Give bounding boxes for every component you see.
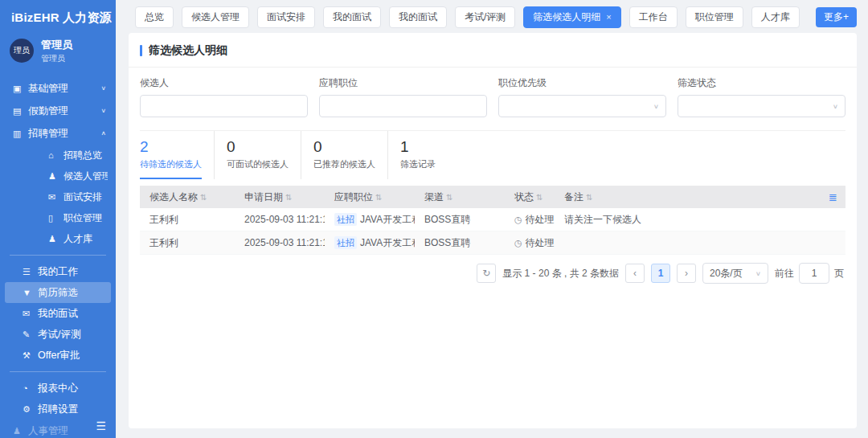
column-header-0[interactable]: 候选人名称⇅ <box>140 186 235 208</box>
tab-label: 职位管理 <box>695 11 734 23</box>
home-icon: ⌂ <box>48 150 63 160</box>
status-text: 待处理 <box>526 237 555 248</box>
sidebar-item-label: 职位管理 <box>63 211 108 225</box>
tab-label: 我的面试 <box>399 11 437 23</box>
user-card[interactable]: 理员 管理员 管理员 <box>0 27 116 71</box>
column-header-1[interactable]: 申请日期⇅ <box>235 186 325 208</box>
goto-suffix: 页 <box>834 267 844 280</box>
tab-label: 人才库 <box>761 11 790 23</box>
sidebar-item-1[interactable]: ▤假勤管理∨ <box>0 100 116 122</box>
clock-icon: ◷ <box>514 238 522 248</box>
column-title: 申请日期 <box>244 191 283 203</box>
stat-tab-3[interactable]: 1筛选记录 <box>400 131 464 179</box>
tab-9[interactable]: 人才库 <box>751 6 800 28</box>
status-text: 待处理 <box>526 214 555 225</box>
sort-icon[interactable]: ⇅ <box>446 193 452 202</box>
sidebar-item-16[interactable]: ⚙招聘设置 <box>0 399 116 420</box>
filter-input[interactable] <box>140 95 308 117</box>
column-header-2[interactable]: 应聘职位⇅ <box>325 186 415 208</box>
sidebar-item-0[interactable]: ▣基础管理∨ <box>0 77 116 100</box>
filter-text-input[interactable] <box>685 100 833 113</box>
collapse-sidebar-icon[interactable]: ☰ <box>96 420 106 432</box>
column-title: 备注 <box>564 191 583 203</box>
sidebar-divider <box>10 371 106 372</box>
sidebar-item-4[interactable]: ♟候选人管理 <box>0 166 116 186</box>
sidebar-item-15[interactable]: ◔报表中心 <box>0 378 116 399</box>
stat-label: 可面试的候选人 <box>227 158 289 170</box>
filter-text-input[interactable] <box>147 100 301 113</box>
filter-text-input[interactable] <box>326 100 480 113</box>
sort-icon[interactable]: ⇅ <box>375 193 382 202</box>
sidebar-item-label: 招聘管理 <box>28 127 100 141</box>
filter-input[interactable] <box>319 95 487 117</box>
tab-label: 工作台 <box>639 11 668 23</box>
column-header-5[interactable]: 备注⇅ <box>555 186 821 208</box>
user-icon: ♟ <box>13 426 28 436</box>
sort-icon[interactable]: ⇅ <box>200 193 207 202</box>
stat-tab-1[interactable]: 0可面试的候选人 <box>227 131 301 179</box>
next-page-button[interactable]: › <box>677 264 696 283</box>
chevron-down-icon: ∨ <box>755 270 761 277</box>
column-settings-icon[interactable]: ≣ <box>829 191 837 203</box>
sidebar-item-6[interactable]: ▯职位管理 <box>0 207 116 228</box>
column-settings-header: ≣ <box>821 186 845 208</box>
filter-select[interactable]: ∨ <box>678 95 845 117</box>
sidebar-item-9[interactable]: ☰我的工作 <box>0 261 116 282</box>
stat-tab-0[interactable]: 2待筛选的候选人 <box>140 131 215 179</box>
tab-label: 考试/评测 <box>465 11 506 23</box>
cell-status: ◷待处理 <box>505 231 555 255</box>
tab-label: 面试安排 <box>267 11 305 23</box>
wrench-icon: ⚒ <box>23 350 38 361</box>
tab-4[interactable]: 我的面试 <box>389 6 447 28</box>
job-type-tag: 社招 <box>334 236 357 249</box>
filter-label: 应聘职位 <box>319 76 487 90</box>
sort-icon[interactable]: ⇅ <box>285 193 292 202</box>
tab-1[interactable]: 候选人管理 <box>182 6 249 28</box>
sidebar-item-12[interactable]: ✎考试/评测 <box>0 324 116 345</box>
refresh-icon[interactable]: ↻ <box>477 264 496 283</box>
tab-6[interactable]: 筛选候选人明细× <box>523 6 620 28</box>
filter-label: 候选人 <box>140 76 308 90</box>
column-header-4[interactable]: 状态⇅ <box>505 186 555 208</box>
users-icon: ♟ <box>48 234 63 244</box>
tab-5[interactable]: 考试/评测 <box>455 6 515 28</box>
sort-icon[interactable]: ⇅ <box>586 193 592 202</box>
more-tabs-button[interactable]: 更多+ <box>816 7 857 27</box>
filter-field-3: 筛选状态∨ <box>678 76 845 117</box>
tab-7[interactable]: 工作台 <box>629 6 678 28</box>
tab-3[interactable]: 我的面试 <box>323 6 381 28</box>
sidebar-item-5[interactable]: ✉面试安排 <box>0 186 116 207</box>
sidebar: iBizEHR 人力资源 理员 管理员 管理员 ▣基础管理∨▤假勤管理∨▥招聘管… <box>0 0 116 438</box>
panel-header: 筛选候选人明细 <box>129 33 857 68</box>
sidebar-item-7[interactable]: ♟人才库 <box>0 228 116 249</box>
sidebar-item-11[interactable]: ✉我的面试 <box>0 303 116 324</box>
filter-text-input[interactable] <box>506 100 653 113</box>
tab-8[interactable]: 职位管理 <box>686 6 743 28</box>
sidebar-item-label: 我的工作 <box>38 265 108 279</box>
table-row-1[interactable]: 王利利2025-09-03 11:21:15社招JAVA开发工程师BOSS直聘◷… <box>140 231 845 255</box>
sidebar-item-10[interactable]: ▼简历筛选 <box>5 282 111 303</box>
filter-select[interactable]: ∨ <box>498 95 666 117</box>
column-header-3[interactable]: 渠道⇅ <box>415 186 505 208</box>
sidebar-item-3[interactable]: ⌂招聘总览 <box>0 145 116 166</box>
stats-tabs: 2待筛选的候选人0可面试的候选人0已推荐的候选人1筛选记录 <box>140 130 845 179</box>
cell-name: 王利利 <box>140 208 235 231</box>
sidebar-item-2[interactable]: ▥招聘管理∧ <box>0 122 116 145</box>
sort-icon[interactable]: ⇅ <box>536 193 542 202</box>
sidebar-item-label: 考试/评测 <box>38 328 108 342</box>
sidebar-item-label: 我的面试 <box>38 307 108 321</box>
goto-page-input[interactable] <box>799 263 829 284</box>
column-title: 候选人名称 <box>149 191 198 203</box>
table-row-0[interactable]: 王利利2025-09-03 11:21:15社招JAVA开发工程师BOSS直聘◷… <box>140 208 845 231</box>
stat-tab-2[interactable]: 0已推荐的候选人 <box>313 131 388 179</box>
sidebar-item-13[interactable]: ⚒Offer审批 <box>0 345 116 366</box>
stat-inner: 2待筛选的候选人 <box>140 138 202 179</box>
close-icon[interactable]: × <box>606 13 611 22</box>
page-title: 筛选候选人明细 <box>149 43 227 58</box>
prev-page-button[interactable]: ‹ <box>625 264 645 283</box>
page-size-select[interactable]: 20条/页 ∨ <box>702 263 768 284</box>
sidebar-menu: ▣基础管理∨▤假勤管理∨▥招聘管理∧⌂招聘总览♟候选人管理✉面试安排▯职位管理♟… <box>0 77 116 438</box>
current-page[interactable]: 1 <box>651 264 670 283</box>
tab-0[interactable]: 总览 <box>135 6 174 28</box>
tab-2[interactable]: 面试安排 <box>257 6 315 28</box>
